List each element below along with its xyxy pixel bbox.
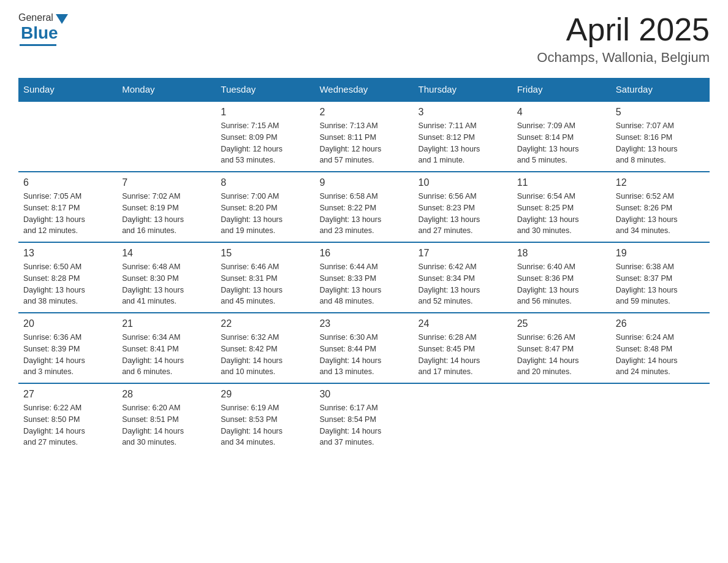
day-number: 28 — [122, 389, 211, 400]
day-info: Sunrise: 7:05 AM Sunset: 8:17 PM Dayligh… — [23, 191, 112, 237]
day-number: 22 — [221, 318, 309, 329]
calendar-cell: 19Sunrise: 6:38 AM Sunset: 8:37 PM Dayli… — [611, 242, 710, 313]
weekday-header-tuesday: Tuesday — [216, 78, 314, 101]
calendar-cell: 11Sunrise: 6:54 AM Sunset: 8:25 PM Dayli… — [512, 172, 611, 242]
day-info: Sunrise: 6:19 AM Sunset: 8:53 PM Dayligh… — [221, 402, 309, 448]
calendar-cell: 20Sunrise: 6:36 AM Sunset: 8:39 PM Dayli… — [18, 313, 117, 383]
day-info: Sunrise: 6:30 AM Sunset: 8:44 PM Dayligh… — [319, 332, 408, 378]
calendar-week-row: 13Sunrise: 6:50 AM Sunset: 8:28 PM Dayli… — [18, 242, 710, 313]
calendar-cell: 24Sunrise: 6:28 AM Sunset: 8:45 PM Dayli… — [414, 313, 512, 383]
day-number: 10 — [419, 177, 507, 188]
day-info: Sunrise: 6:17 AM Sunset: 8:54 PM Dayligh… — [319, 402, 408, 448]
page-subtitle: Ochamps, Wallonia, Belgium — [537, 50, 710, 66]
logo: General Blue — [18, 12, 68, 46]
day-number: 29 — [221, 389, 309, 400]
day-number: 5 — [616, 107, 705, 118]
day-number: 6 — [23, 177, 112, 188]
calendar-header-row: SundayMondayTuesdayWednesdayThursdayFrid… — [18, 78, 710, 101]
calendar-cell: 10Sunrise: 6:56 AM Sunset: 8:23 PM Dayli… — [414, 172, 512, 242]
day-number: 8 — [221, 177, 309, 188]
calendar-week-row: 1Sunrise: 7:15 AM Sunset: 8:09 PM Daylig… — [18, 101, 710, 172]
calendar-cell — [18, 101, 117, 172]
calendar-cell — [611, 383, 710, 453]
calendar-cell: 23Sunrise: 6:30 AM Sunset: 8:44 PM Dayli… — [314, 313, 413, 383]
day-info: Sunrise: 6:36 AM Sunset: 8:39 PM Dayligh… — [23, 332, 112, 378]
day-info: Sunrise: 6:20 AM Sunset: 8:51 PM Dayligh… — [122, 402, 211, 448]
page-header: General Blue April 2025 Ochamps, Walloni… — [18, 12, 710, 66]
day-info: Sunrise: 6:56 AM Sunset: 8:23 PM Dayligh… — [419, 191, 507, 237]
day-number: 23 — [319, 318, 408, 329]
day-info: Sunrise: 6:28 AM Sunset: 8:45 PM Dayligh… — [419, 332, 507, 378]
day-number: 25 — [517, 318, 606, 329]
logo-general-text: General — [18, 12, 53, 23]
day-info: Sunrise: 6:54 AM Sunset: 8:25 PM Dayligh… — [517, 191, 606, 237]
day-info: Sunrise: 6:42 AM Sunset: 8:34 PM Dayligh… — [419, 261, 507, 307]
calendar-cell: 6Sunrise: 7:05 AM Sunset: 8:17 PM Daylig… — [18, 172, 117, 242]
day-number: 30 — [319, 389, 408, 400]
day-info: Sunrise: 7:15 AM Sunset: 8:09 PM Dayligh… — [221, 120, 309, 166]
day-info: Sunrise: 7:00 AM Sunset: 8:20 PM Dayligh… — [221, 191, 309, 237]
logo-underline — [20, 44, 56, 46]
weekday-header-sunday: Sunday — [18, 78, 117, 101]
weekday-header-monday: Monday — [117, 78, 216, 101]
day-number: 3 — [419, 107, 507, 118]
calendar-cell: 2Sunrise: 7:13 AM Sunset: 8:11 PM Daylig… — [314, 101, 413, 172]
day-number: 12 — [616, 177, 705, 188]
calendar-cell: 14Sunrise: 6:48 AM Sunset: 8:30 PM Dayli… — [117, 242, 216, 313]
calendar-cell: 25Sunrise: 6:26 AM Sunset: 8:47 PM Dayli… — [512, 313, 611, 383]
day-number: 16 — [319, 248, 408, 259]
day-number: 14 — [122, 248, 211, 259]
calendar-cell: 13Sunrise: 6:50 AM Sunset: 8:28 PM Dayli… — [18, 242, 117, 313]
calendar-cell — [414, 383, 512, 453]
calendar-cell: 30Sunrise: 6:17 AM Sunset: 8:54 PM Dayli… — [314, 383, 413, 453]
day-info: Sunrise: 7:11 AM Sunset: 8:12 PM Dayligh… — [419, 120, 507, 166]
day-info: Sunrise: 6:50 AM Sunset: 8:28 PM Dayligh… — [23, 261, 112, 307]
day-info: Sunrise: 6:58 AM Sunset: 8:22 PM Dayligh… — [319, 191, 408, 237]
calendar-cell: 4Sunrise: 7:09 AM Sunset: 8:14 PM Daylig… — [512, 101, 611, 172]
day-info: Sunrise: 6:44 AM Sunset: 8:33 PM Dayligh… — [319, 261, 408, 307]
calendar-cell: 12Sunrise: 6:52 AM Sunset: 8:26 PM Dayli… — [611, 172, 710, 242]
calendar-cell: 21Sunrise: 6:34 AM Sunset: 8:41 PM Dayli… — [117, 313, 216, 383]
calendar-week-row: 6Sunrise: 7:05 AM Sunset: 8:17 PM Daylig… — [18, 172, 710, 242]
calendar-cell — [512, 383, 611, 453]
calendar-cell: 29Sunrise: 6:19 AM Sunset: 8:53 PM Dayli… — [216, 383, 314, 453]
day-number: 2 — [319, 107, 408, 118]
day-number: 11 — [517, 177, 606, 188]
calendar-cell — [117, 101, 216, 172]
calendar-cell: 8Sunrise: 7:00 AM Sunset: 8:20 PM Daylig… — [216, 172, 314, 242]
day-info: Sunrise: 6:26 AM Sunset: 8:47 PM Dayligh… — [517, 332, 606, 378]
weekday-header-saturday: Saturday — [611, 78, 710, 101]
day-info: Sunrise: 6:22 AM Sunset: 8:50 PM Dayligh… — [23, 402, 112, 448]
calendar-cell: 18Sunrise: 6:40 AM Sunset: 8:36 PM Dayli… — [512, 242, 611, 313]
calendar-cell: 26Sunrise: 6:24 AM Sunset: 8:48 PM Dayli… — [611, 313, 710, 383]
weekday-header-friday: Friday — [512, 78, 611, 101]
weekday-header-wednesday: Wednesday — [314, 78, 413, 101]
day-number: 21 — [122, 318, 211, 329]
calendar-cell: 1Sunrise: 7:15 AM Sunset: 8:09 PM Daylig… — [216, 101, 314, 172]
calendar-table: SundayMondayTuesdayWednesdayThursdayFrid… — [18, 78, 710, 453]
weekday-header-thursday: Thursday — [414, 78, 512, 101]
page-title: April 2025 — [537, 12, 710, 47]
logo-triangle-icon — [56, 14, 68, 24]
calendar-cell: 27Sunrise: 6:22 AM Sunset: 8:50 PM Dayli… — [18, 383, 117, 453]
day-number: 1 — [221, 107, 309, 118]
logo-blue-text: Blue — [21, 23, 58, 42]
calendar-cell: 9Sunrise: 6:58 AM Sunset: 8:22 PM Daylig… — [314, 172, 413, 242]
calendar-cell: 17Sunrise: 6:42 AM Sunset: 8:34 PM Dayli… — [414, 242, 512, 313]
day-number: 24 — [419, 318, 507, 329]
day-info: Sunrise: 7:09 AM Sunset: 8:14 PM Dayligh… — [517, 120, 606, 166]
day-number: 20 — [23, 318, 112, 329]
calendar-week-row: 20Sunrise: 6:36 AM Sunset: 8:39 PM Dayli… — [18, 313, 710, 383]
day-info: Sunrise: 6:48 AM Sunset: 8:30 PM Dayligh… — [122, 261, 211, 307]
day-info: Sunrise: 6:24 AM Sunset: 8:48 PM Dayligh… — [616, 332, 705, 378]
day-number: 19 — [616, 248, 705, 259]
day-info: Sunrise: 7:07 AM Sunset: 8:16 PM Dayligh… — [616, 120, 705, 166]
calendar-cell: 28Sunrise: 6:20 AM Sunset: 8:51 PM Dayli… — [117, 383, 216, 453]
day-info: Sunrise: 6:38 AM Sunset: 8:37 PM Dayligh… — [616, 261, 705, 307]
day-number: 26 — [616, 318, 705, 329]
day-info: Sunrise: 6:52 AM Sunset: 8:26 PM Dayligh… — [616, 191, 705, 237]
day-number: 13 — [23, 248, 112, 259]
day-number: 9 — [319, 177, 408, 188]
day-number: 18 — [517, 248, 606, 259]
day-info: Sunrise: 6:46 AM Sunset: 8:31 PM Dayligh… — [221, 261, 309, 307]
